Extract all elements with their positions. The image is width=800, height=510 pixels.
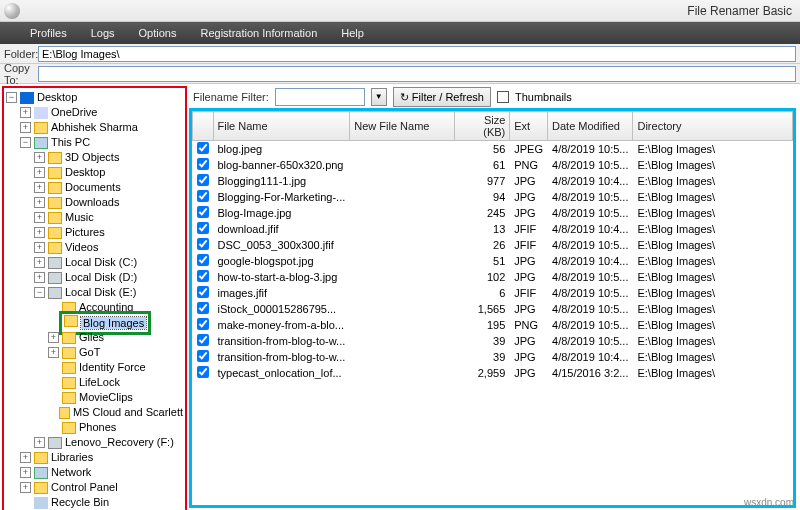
tree-lifelock[interactable]: LifeLock [6,375,183,390]
tree-recycle-bin[interactable]: Recycle Bin [6,495,183,510]
row-checkbox[interactable] [197,206,209,218]
table-row[interactable]: blog.jpeg56JPEG4/8/2019 10:5...E:\Blog I… [193,141,793,158]
table-row[interactable]: images.jfif6JFIF4/8/2019 10:5...E:\Blog … [193,285,793,301]
tree-documents[interactable]: +Documents [6,180,183,195]
table-row[interactable]: how-to-start-a-blog-3.jpg102JPG4/8/2019 … [193,269,793,285]
tree-got[interactable]: +GoT [6,345,183,360]
menu-registration[interactable]: Registration Information [200,27,317,39]
thumbnails-label: Thumbnails [515,91,572,103]
cell-newfilename [350,189,455,205]
menu-logs[interactable]: Logs [91,27,115,39]
col-newfilename[interactable]: New File Name [350,112,455,141]
cell-newfilename [350,253,455,269]
cell-dir: E:\Blog Images\ [633,317,793,333]
tree-blog-images[interactable]: Blog Images [6,315,183,330]
cell-size: 13 [455,221,510,237]
cell-size: 61 [455,157,510,173]
col-date[interactable]: Date Modified [548,112,633,141]
row-checkbox[interactable] [197,318,209,330]
folder-input[interactable] [38,46,796,62]
tree-this-pc[interactable]: −This PC [6,135,183,150]
table-row[interactable]: google-blogspot.jpg51JPG4/8/2019 10:4...… [193,253,793,269]
menu-profiles[interactable]: Profiles [30,27,67,39]
tree-lenovo-recovery[interactable]: +Lenovo_Recovery (F:) [6,435,183,450]
table-row[interactable]: Blogging-For-Marketing-...94JPG4/8/2019 … [193,189,793,205]
tree-network[interactable]: +Network [6,465,183,480]
table-row[interactable]: transition-from-blog-to-w...39JPG4/8/201… [193,349,793,365]
tree-c-drive[interactable]: +Local Disk (C:) [6,255,183,270]
row-checkbox[interactable] [197,190,209,202]
table-row[interactable]: transition-from-blog-to-w...39JPG4/8/201… [193,333,793,349]
cell-ext: JPG [510,349,548,365]
cell-date: 4/8/2019 10:5... [548,205,633,221]
tree-control-panel[interactable]: +Control Panel [6,480,183,495]
row-checkbox[interactable] [197,270,209,282]
cell-filename: download.jfif [213,221,350,237]
row-checkbox[interactable] [197,334,209,346]
cell-ext: PNG [510,317,548,333]
tree-music[interactable]: +Music [6,210,183,225]
cell-date: 4/8/2019 10:4... [548,173,633,189]
table-row[interactable]: Blogging111-1.jpg977JPG4/8/2019 10:4...E… [193,173,793,189]
cell-date: 4/8/2019 10:5... [548,189,633,205]
row-checkbox[interactable] [197,302,209,314]
tree-desktop[interactable]: −Desktop [6,90,183,105]
tree-pictures[interactable]: +Pictures [6,225,183,240]
menu-help[interactable]: Help [341,27,364,39]
folder-icon [62,302,76,314]
filename-filter-input[interactable] [275,88,365,106]
tree-e-drive[interactable]: −Local Disk (E:) [6,285,183,300]
tree-3d-objects[interactable]: +3D Objects [6,150,183,165]
thumbnails-checkbox[interactable] [497,91,509,103]
tree-downloads[interactable]: +Downloads [6,195,183,210]
row-checkbox[interactable] [197,142,209,154]
row-checkbox[interactable] [197,254,209,266]
tree-movieclips[interactable]: MovieClips [6,390,183,405]
folder-icon [48,242,62,254]
copy-to-input[interactable] [38,66,796,82]
row-checkbox[interactable] [197,366,209,378]
col-dir[interactable]: Directory [633,112,793,141]
tree-d-drive[interactable]: +Local Disk (D:) [6,270,183,285]
table-row[interactable]: blog-banner-650x320.png61PNG4/8/2019 10:… [193,157,793,173]
cell-size: 39 [455,333,510,349]
tree-desktop-folder[interactable]: +Desktop [6,165,183,180]
table-row[interactable]: download.jfif13JFIF4/8/2019 10:4...E:\Bl… [193,221,793,237]
row-checkbox[interactable] [197,286,209,298]
row-checkbox[interactable] [197,238,209,250]
table-row[interactable]: Blog-Image.jpg245JPG4/8/2019 10:5...E:\B… [193,205,793,221]
cell-filename: DSC_0053_300x300.jfif [213,237,350,253]
col-size[interactable]: Size (KB) [455,112,510,141]
tree-identity-force[interactable]: Identity Force [6,360,183,375]
table-row[interactable]: DSC_0053_300x300.jfif26JFIF4/8/2019 10:5… [193,237,793,253]
col-check[interactable] [193,112,214,141]
cell-date: 4/8/2019 10:5... [548,333,633,349]
row-checkbox[interactable] [197,158,209,170]
row-checkbox[interactable] [197,222,209,234]
row-checkbox[interactable] [197,350,209,362]
copy-to-label: Copy To: [0,62,38,86]
tree-giles[interactable]: +Giles [6,330,183,345]
table-row[interactable]: make-money-from-a-blo...195PNG4/8/2019 1… [193,317,793,333]
tree-user[interactable]: +Abhishek Sharma [6,120,183,135]
app-logo-icon [4,3,20,19]
col-ext[interactable]: Ext [510,112,548,141]
row-checkbox[interactable] [197,174,209,186]
tree-videos[interactable]: +Videos [6,240,183,255]
cell-date: 4/8/2019 10:5... [548,285,633,301]
tree-libraries[interactable]: +Libraries [6,450,183,465]
tree-onedrive[interactable]: +OneDrive [6,105,183,120]
cell-date: 4/8/2019 10:4... [548,221,633,237]
tree-phones[interactable]: Phones [6,420,183,435]
filter-refresh-button[interactable]: ↻Filter / Refresh [393,87,491,107]
cell-filename: blog.jpeg [213,141,350,158]
col-filename[interactable]: File Name [213,112,350,141]
filter-dropdown[interactable]: ▼ [371,88,387,106]
table-row[interactable]: typecast_onlocation_lof...2,959JPG4/15/2… [193,365,793,381]
cell-ext: JPG [510,333,548,349]
table-row[interactable]: iStock_000015286795...1,565JPG4/8/2019 1… [193,301,793,317]
drive-icon [48,437,62,449]
menu-options[interactable]: Options [139,27,177,39]
cell-filename: google-blogspot.jpg [213,253,350,269]
tree-ms-cloud[interactable]: MS Cloud and Scarlett [6,405,183,420]
